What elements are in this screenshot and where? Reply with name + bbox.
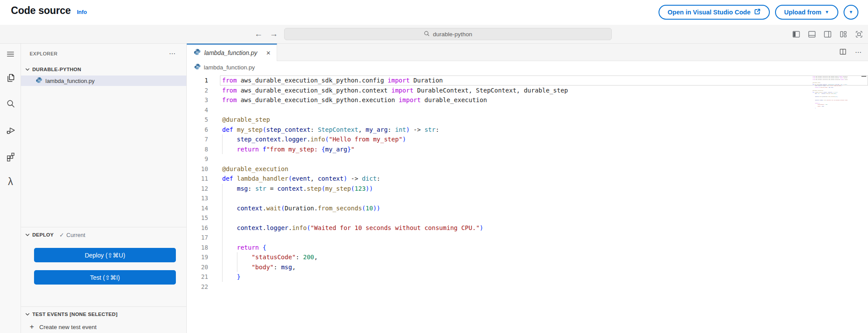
deploy-button[interactable]: Deploy (⇧⌘U) [34,248,176,262]
run-debug-icon[interactable] [5,125,16,135]
deploy-status: ✓ Current [59,232,85,238]
explorer-more-icon[interactable]: ⋯ [169,50,176,58]
test-events-title: TEST EVENTS [NONE SELECTED] [32,312,117,317]
close-icon[interactable]: ✕ [266,50,271,56]
command-center-search[interactable]: durable-python [284,28,612,40]
line-number: 1 [187,76,208,86]
chevron-down-icon [24,66,31,73]
extensions-icon[interactable] [5,151,16,161]
page-title: Code source [11,5,71,17]
line-number: 17 [187,233,208,243]
line-number: 22 [187,282,208,292]
tab-bar: lambda_function.py ✕ ⋯ [187,44,868,61]
python-file-icon [36,77,42,85]
chevron-down-icon [24,231,31,238]
forward-arrow-icon[interactable]: → [270,29,278,39]
code-line-13[interactable]: 13 [187,193,868,203]
line-number: 14 [187,203,208,213]
create-test-event-row[interactable]: + Create new test event [21,321,186,333]
create-test-event-label: Create new test event [39,324,96,330]
explorer-title: EXPLORER [30,51,58,56]
breadcrumb-file: lambda_function.py [204,64,255,71]
explorer-sidebar: EXPLORER ⋯ DURABLE-PYTHON lambda_functio… [21,44,187,333]
overview-ruler-cursor [861,76,866,77]
code-line-15[interactable]: 15 [187,213,868,223]
code-line-14[interactable]: 14 context.wait(Duration.from_seconds(10… [187,203,868,213]
file-row-lambda-function[interactable]: lambda_function.py [21,76,186,86]
code-line-16[interactable]: 16 context.logger.info("Waited for 10 se… [187,223,868,233]
back-arrow-icon[interactable]: ← [254,29,263,39]
layout-icons [792,30,864,39]
workspace-name: DURABLE-PYTHON [32,67,81,72]
external-link-icon [754,8,761,16]
python-file-icon [194,63,201,72]
tab-actions: ⋯ [839,44,862,61]
more-actions-icon[interactable]: ⋯ [855,48,862,56]
split-editor-icon[interactable] [839,48,847,58]
explorer-files-icon[interactable] [5,72,16,83]
line-number: 16 [187,223,208,233]
code-line-5[interactable]: 5@durable_step [187,115,868,125]
activity-bar: λ [0,44,21,333]
tab-label: lambda_function.py [204,49,257,56]
code-line-17[interactable]: 17 [187,233,868,243]
explorer-header: EXPLORER ⋯ [21,44,186,61]
code-line-22[interactable]: 22 [187,282,868,292]
line-number: 3 [187,95,208,105]
section-divider [21,306,186,307]
more-actions-button[interactable]: ▼ [844,5,858,20]
code-line-19[interactable]: 19 "statusCode": 200, [187,252,868,262]
toggle-secondary-sidebar-icon[interactable] [823,30,832,39]
minimap[interactable]: from aws_durable_execution_sdk_python.co… [813,76,847,119]
code-editor[interactable]: 1from aws_durable_execution_sdk_python.c… [187,73,868,333]
code-line-21[interactable]: 21 } [187,272,868,282]
line-number: 20 [187,262,208,272]
code-line-6[interactable]: 6def my_step(step_context: StepContext, … [187,125,868,135]
menu-icon[interactable] [5,49,16,59]
deploy-section-header[interactable]: DEPLOY ✓ Current [21,230,186,240]
open-in-vscode-button[interactable]: Open in Visual Studio Code [659,5,770,20]
customize-layout-icon[interactable] [839,30,848,39]
search-icon [424,31,430,38]
line-number: 15 [187,213,208,223]
code-line-3[interactable]: 3from aws_durable_execution_sdk_python.e… [187,95,868,105]
code-line-12[interactable]: 12 msg: str = context.step(my_step(123)) [187,184,868,194]
line-number: 7 [187,134,208,144]
line-number: 8 [187,144,208,154]
code-line-10[interactable]: 10@durable_execution [187,164,868,174]
code-line-8[interactable]: 8 return f"from my_step: {my_arg}" [187,144,868,154]
toggle-panel-icon[interactable] [807,30,817,39]
line-number: 6 [187,125,208,135]
code-line-4[interactable]: 4 [187,105,868,115]
code-line-1[interactable]: 1from aws_durable_execution_sdk_python.c… [187,76,868,86]
code-line-11[interactable]: 11def lambda_handler(event, context) -> … [187,174,868,184]
code-line-20[interactable]: 20 "body": msg, [187,262,868,272]
command-center-text: durable-python [433,31,472,38]
aws-lambda-icon[interactable]: λ [5,176,16,187]
test-events-section-header[interactable]: TEST EVENTS [NONE SELECTED] [21,309,186,319]
editor-area: lambda_function.py ✕ ⋯ lambd [187,44,868,333]
code-line-9[interactable]: 9 [187,154,868,164]
line-number: 5 [187,115,208,125]
deploy-title: DEPLOY [32,232,54,237]
info-link[interactable]: Info [77,9,87,15]
caret-down-icon: ▼ [825,10,829,14]
line-number: 11 [187,174,208,184]
code-line-2[interactable]: 2from aws_durable_execution_sdk_python.c… [187,86,868,96]
caret-down-icon: ▼ [849,10,853,14]
code-line-7[interactable]: 7 step_context.logger.info("Hello from m… [187,134,868,144]
breadcrumb[interactable]: lambda_function.py [187,61,868,73]
maximize-icon[interactable] [854,30,864,39]
search-icon[interactable] [5,98,16,109]
editor-toolbar: ← → durable-python [0,25,868,44]
line-number: 19 [187,252,208,262]
toggle-primary-sidebar-icon[interactable] [792,30,801,39]
tab-lambda-function[interactable]: lambda_function.py ✕ [187,44,277,61]
upload-from-button[interactable]: Upload from ▼ [775,5,838,20]
workspace-folder-row[interactable]: DURABLE-PYTHON [21,65,186,74]
line-number: 18 [187,243,208,253]
python-file-icon [194,48,201,57]
code-line-18[interactable]: 18 return { [187,243,868,253]
test-button[interactable]: Test (⇧⌘I) [34,270,176,285]
line-number: 2 [187,86,208,96]
